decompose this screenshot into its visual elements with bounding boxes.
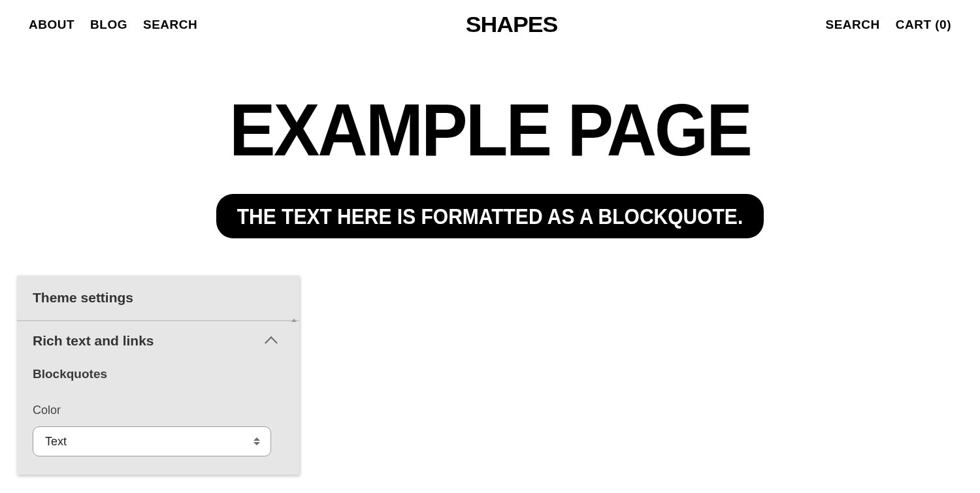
- nav-left: ABOUT BLOG SEARCH: [29, 18, 197, 32]
- panel-divider: [17, 321, 299, 321]
- blockquote-text: THE TEXT HERE IS FORMATTED AS A BLOCKQUO…: [237, 205, 743, 229]
- page-title: EXAMPLE PAGE: [10, 93, 970, 167]
- nav-right: SEARCH CART (0): [825, 18, 951, 32]
- nav-link-search-right[interactable]: SEARCH: [825, 18, 879, 32]
- color-select[interactable]: Text: [33, 426, 271, 456]
- nav-link-search-left[interactable]: SEARCH: [143, 18, 197, 32]
- panel-section-rich-text: Rich text and links Blockquotes Color Te…: [17, 321, 299, 475]
- color-select-wrap: Text: [33, 426, 284, 456]
- nav-link-cart[interactable]: CART (0): [896, 18, 951, 32]
- field-label-color: Color: [33, 404, 284, 417]
- color-select-value: Text: [45, 435, 67, 449]
- sub-label-blockquotes: Blockquotes: [33, 367, 284, 381]
- blockquote-pill: THE TEXT HERE IS FORMATTED AS A BLOCKQUO…: [216, 194, 764, 238]
- select-stepper-icon: [253, 437, 260, 445]
- section-title: Rich text and links: [33, 333, 154, 349]
- nav-link-blog[interactable]: BLOG: [90, 18, 127, 32]
- panel-header: Theme settings: [17, 276, 299, 321]
- chevron-up-icon: [265, 336, 278, 349]
- theme-settings-panel: Theme settings Rich text and links Block…: [17, 276, 299, 475]
- site-logo[interactable]: SHAPES: [466, 12, 558, 37]
- section-toggle-rich-text[interactable]: Rich text and links: [33, 333, 284, 349]
- navbar: ABOUT BLOG SEARCH SHAPES SEARCH CART (0): [0, 0, 980, 37]
- nav-link-about[interactable]: ABOUT: [29, 18, 74, 32]
